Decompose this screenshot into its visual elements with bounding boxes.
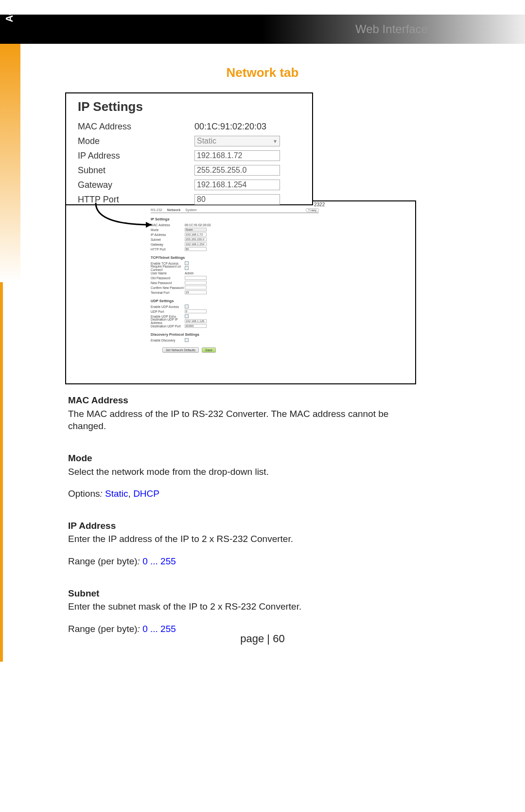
mini-tcp-req-check[interactable] xyxy=(185,266,189,270)
mini-tcp-conf-label: Confirm New Password xyxy=(151,286,185,289)
mini-subnet-input[interactable]: 255.255.255.0 xyxy=(185,237,207,241)
doc-mode-title: Mode xyxy=(68,452,423,465)
mini-help-button[interactable]: ? Help xyxy=(306,208,319,212)
mini-tcp-old-input[interactable] xyxy=(185,276,207,280)
mini-tab-rs232[interactable]: RS-232 xyxy=(151,208,162,212)
mini-udp-en-label: Enable UDP Access xyxy=(151,305,185,308)
mini-http-input[interactable]: 80 xyxy=(185,247,207,251)
mini-tcp-en-check[interactable] xyxy=(185,261,189,265)
mini-disc-en-check[interactable] xyxy=(185,338,189,342)
doc-subnet-body: Enter the subnet mask of the IP to 2 x R… xyxy=(68,600,423,613)
code-right: 2322 xyxy=(314,202,325,207)
mini-subnet-label: Subnet xyxy=(151,238,185,241)
mini-tcp-req-label: Require Password on Connect xyxy=(151,265,185,271)
mini-screenshot: RS-232 Network System ? Help IP Settings… xyxy=(65,200,416,384)
mini-tcp-conf-input[interactable] xyxy=(185,286,207,289)
mini-tcp-user-value: Admin xyxy=(185,271,193,275)
mini-tcp-new-label: New Password xyxy=(151,281,185,285)
mini-disc-title: Discovery Protocol Settings xyxy=(151,332,319,337)
mini-mode-label: Mode xyxy=(151,228,185,232)
mini-tab-system[interactable]: System xyxy=(185,208,196,212)
zoom-ip-label: IP Address xyxy=(78,151,194,161)
doc-ip-title: IP Address xyxy=(68,520,423,532)
mini-udp-port-label: UDP Port xyxy=(151,310,185,313)
mini-tcp-title: TCP/Telnet Settings xyxy=(151,255,319,260)
header-title: Web Interface xyxy=(355,22,428,36)
page-footer: page | 60 xyxy=(0,632,525,645)
mini-disc-en-label: Enable Discovery xyxy=(151,339,185,342)
zoom-mode-value: Static xyxy=(197,137,216,145)
mini-tcp-old-label: Old Password xyxy=(151,276,185,280)
zoom-mac-label: MAC Address xyxy=(78,122,194,132)
mini-udp-echo-check[interactable] xyxy=(185,314,189,318)
doc-ip-range-val: 0 ... 255 xyxy=(142,556,176,566)
mini-udp-dport-input[interactable]: 60000 xyxy=(185,324,207,328)
mini-udp-title: UDP Settings xyxy=(151,299,319,303)
doc-mode-options: Options: Static, DHCP xyxy=(68,487,423,500)
header-band: Web Interface xyxy=(0,15,525,44)
zoom-ip-input[interactable]: 192.168.1.72 xyxy=(194,150,280,161)
zoom-subnet-input[interactable]: 255.255.255.0 xyxy=(194,165,280,176)
mini-mac-label: MAC Address xyxy=(151,223,185,227)
chevron-down-icon: ▼ xyxy=(273,139,278,144)
section-title: Network tab xyxy=(0,65,525,80)
mini-tcp-term-input[interactable]: 23 xyxy=(185,290,207,294)
mini-ip-label: IP Address xyxy=(151,233,185,236)
doc-mode-opt2: DHCP xyxy=(133,488,159,499)
mini-mac-value: 00:1C:91:02:20:03 xyxy=(185,223,211,227)
doc-body: MAC Address The MAC address of the IP to… xyxy=(68,394,423,655)
zoom-gateway-label: Gateway xyxy=(78,180,194,190)
zoom-heading: IP Settings xyxy=(78,99,300,114)
zoom-mode-label: Mode xyxy=(78,136,194,146)
doc-mode-body: Select the network mode from the drop-do… xyxy=(68,466,423,478)
mini-defaults-button[interactable]: Set Network Defaults xyxy=(162,347,199,353)
zoom-http-input[interactable]: 80 xyxy=(194,194,280,205)
mini-tcp-term-label: Terminal Port xyxy=(151,291,185,294)
footer-number: 60 xyxy=(273,632,284,645)
zoom-mode-select[interactable]: Static▼ xyxy=(194,136,280,146)
zoom-gateway-input[interactable]: 192.168.1.254 xyxy=(194,180,280,190)
mini-udp-dip-input[interactable]: 192.168.1.129 xyxy=(185,319,207,323)
mini-gateway-input[interactable]: 192.168.1.254 xyxy=(185,242,207,246)
zoom-panel: IP Settings MAC Address00:1C:91:02:20:03… xyxy=(65,92,313,205)
doc-ip-body: Enter the IP address of the IP to 2 x RS… xyxy=(68,533,423,545)
mini-udp-en-check[interactable] xyxy=(185,305,189,308)
doc-mac-title: MAC Address xyxy=(68,394,423,407)
doc-mac-body: The MAC address of the IP to RS-232 Conv… xyxy=(68,408,423,433)
doc-ip-range-pre: Range (per byte) xyxy=(68,556,138,566)
mini-tabs: RS-232 Network System ? Help xyxy=(151,208,319,213)
mini-udp-dip-label: Destination UDP IP Address xyxy=(151,318,185,325)
mini-tab-network[interactable]: Network xyxy=(167,208,181,212)
footer-label: page xyxy=(240,632,264,645)
side-tab-label: Advanced Operation xyxy=(4,0,15,49)
mini-tcp-user-label: User Name xyxy=(151,271,185,275)
mini-save-button[interactable]: Save xyxy=(202,347,216,353)
zoom-mac-value: 00:1C:91:02:20:03 xyxy=(194,122,266,132)
doc-subnet-title: Subnet xyxy=(68,587,423,600)
mini-udp-port-input[interactable]: 0 xyxy=(185,309,207,313)
mini-udp-dport-label: Destination UDP Port xyxy=(151,325,185,328)
mini-ip-title: IP Settings xyxy=(151,217,319,221)
mini-tcp-new-input[interactable] xyxy=(185,281,207,285)
doc-mode-opt1: Static xyxy=(105,488,128,499)
mini-http-label: HTTP Port xyxy=(151,248,185,251)
doc-mode-options-pre: Options xyxy=(68,488,100,499)
mini-ip-input[interactable]: 192.168.1.72 xyxy=(185,233,207,236)
mini-mode-select[interactable]: Static xyxy=(185,228,207,232)
doc-ip-range: Range (per byte): 0 ... 255 xyxy=(68,555,423,568)
zoom-http-label: HTTP Port xyxy=(78,195,194,205)
mini-gateway-label: Gateway xyxy=(151,243,185,246)
zoom-subnet-label: Subnet xyxy=(78,165,194,176)
